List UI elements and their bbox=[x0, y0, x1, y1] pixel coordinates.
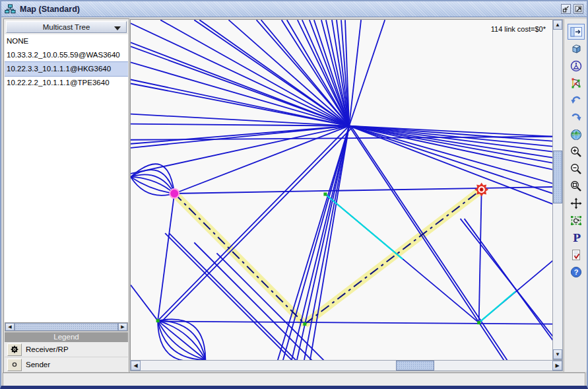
help-icon: ? bbox=[570, 266, 582, 278]
legend-header: Legend bbox=[5, 332, 128, 342]
map-hscroll-thumb[interactable] bbox=[396, 361, 434, 371]
map-canvas[interactable]: 114 link cost=$0* bbox=[130, 19, 552, 360]
map-vscroll-thumb[interactable] bbox=[553, 151, 562, 203]
receiver-rp-node[interactable] bbox=[480, 188, 483, 191]
report-check-icon bbox=[571, 249, 581, 261]
legend-item: Receiver/RP bbox=[5, 342, 128, 357]
topology-map[interactable] bbox=[131, 20, 552, 360]
legend-item-label: Sender bbox=[26, 361, 50, 369]
left-panel: Multicast Tree NONE10.33.3.2_10.0.55.59@… bbox=[3, 18, 129, 373]
svg-text:?: ? bbox=[574, 268, 579, 276]
node-green-4[interactable] bbox=[156, 319, 160, 322]
selection-refresh-button[interactable] bbox=[568, 213, 585, 229]
sitemap-icon bbox=[5, 4, 16, 14]
globe-button[interactable] bbox=[568, 127, 585, 143]
scroll-down-icon[interactable]: ▼ bbox=[553, 349, 562, 359]
scroll-right-icon[interactable]: ▶ bbox=[552, 361, 562, 371]
multicast-tree-dropdown[interactable]: Multicast Tree bbox=[6, 21, 127, 33]
zoom-out-icon bbox=[570, 163, 582, 175]
globe-icon bbox=[570, 129, 582, 141]
window-title: Map (Standard) bbox=[20, 5, 80, 14]
panel-toggle-button[interactable] bbox=[568, 24, 585, 40]
selection-refresh-icon bbox=[570, 215, 582, 227]
sender-circle-icon bbox=[7, 359, 22, 371]
map-vscrollbar[interactable]: ▲ ▼ bbox=[552, 19, 563, 360]
scroll-left-icon[interactable]: ◀ bbox=[5, 323, 15, 331]
tree-list-item[interactable]: 10.33.3.2_10.0.55.59@WAS3640 bbox=[5, 48, 128, 62]
print-button[interactable]: P bbox=[568, 230, 585, 246]
print-icon: P bbox=[571, 232, 581, 244]
zoom-out-button[interactable] bbox=[568, 161, 585, 177]
zoom-in-icon bbox=[570, 146, 582, 158]
right-toolbar: P? bbox=[564, 19, 588, 372]
maximize-window-button[interactable] bbox=[573, 4, 583, 14]
circled-figure-button[interactable] bbox=[568, 58, 585, 74]
topology-button[interactable] bbox=[568, 75, 585, 91]
zoom-in-button[interactable] bbox=[568, 144, 585, 160]
node-green-3[interactable] bbox=[477, 321, 480, 324]
tree-list-item[interactable]: 10.22.2.2_10.1.1.1@TPE3640 bbox=[5, 76, 128, 90]
pan-icon bbox=[570, 197, 582, 209]
left-panel-hscroll-thumb[interactable] bbox=[15, 323, 118, 331]
left-panel-hscrollbar[interactable]: ◀ ▶ bbox=[5, 322, 128, 332]
zoom-area-button[interactable] bbox=[568, 178, 585, 194]
chevron-down-icon bbox=[114, 26, 121, 30]
legend-item-label: Receiver/RP bbox=[26, 345, 69, 353]
status-bar bbox=[3, 372, 585, 386]
sender-node[interactable] bbox=[170, 189, 179, 198]
help-button[interactable]: ? bbox=[568, 264, 585, 280]
map-hscrollbar[interactable]: ◀ ▶ bbox=[130, 360, 563, 371]
pan-button[interactable] bbox=[568, 195, 585, 211]
legend-items: Receiver/RPSender bbox=[5, 342, 128, 372]
link-cost-label: 114 link cost=$0* bbox=[491, 25, 546, 33]
panel-toggle-icon bbox=[570, 26, 583, 38]
redo-icon bbox=[570, 112, 582, 124]
map-window: Map (Standard) Multicast Tree NONE10.33.… bbox=[0, 0, 588, 389]
node-green-2[interactable] bbox=[303, 322, 306, 326]
undo-button[interactable] bbox=[568, 92, 585, 108]
redo-button[interactable] bbox=[568, 110, 585, 125]
svg-text:P: P bbox=[573, 232, 581, 244]
zoom-area-icon bbox=[570, 180, 582, 192]
scroll-up-icon[interactable]: ▲ bbox=[553, 20, 562, 30]
tree-list-item[interactable]: NONE bbox=[5, 34, 128, 48]
receiver-gear-icon bbox=[7, 343, 22, 356]
node-green-1[interactable] bbox=[323, 193, 327, 196]
tree-list-item[interactable]: 10.22.3.3_10.1.1.1@HKG3640 bbox=[5, 62, 128, 76]
cube-3d-icon bbox=[570, 44, 582, 54]
restore-window-button[interactable] bbox=[561, 4, 571, 14]
topology-icon bbox=[570, 77, 582, 89]
report-check-button[interactable] bbox=[568, 247, 585, 263]
title-bar[interactable]: Map (Standard) bbox=[1, 1, 587, 17]
circled-figure-icon bbox=[570, 60, 582, 72]
scroll-left-icon[interactable]: ◀ bbox=[131, 361, 141, 371]
undo-icon bbox=[570, 95, 582, 106]
scroll-right-icon[interactable]: ▶ bbox=[118, 323, 127, 331]
cube-3d-button[interactable] bbox=[568, 41, 585, 57]
legend-item: Sender bbox=[5, 357, 128, 372]
multicast-tree-dropdown-label: Multicast Tree bbox=[43, 23, 90, 31]
multicast-tree-list: NONE10.33.3.2_10.0.55.59@WAS364010.22.3.… bbox=[5, 34, 128, 322]
